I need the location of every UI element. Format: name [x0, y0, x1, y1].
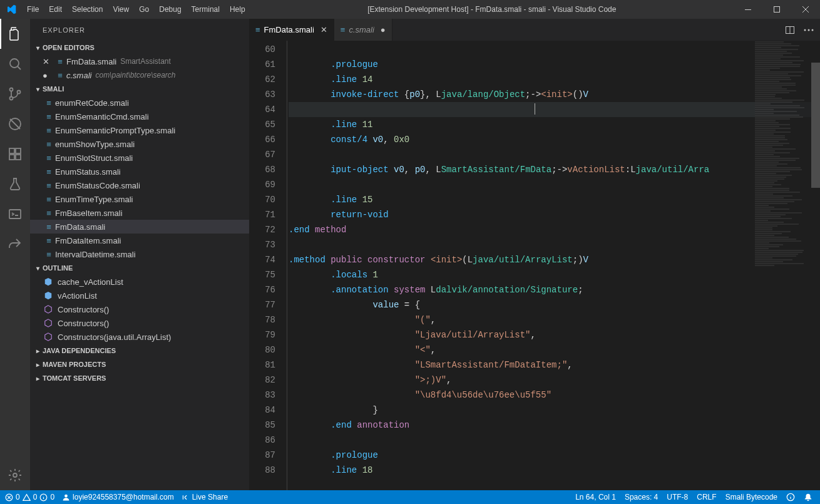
debug-icon[interactable]	[0, 109, 30, 139]
code-line[interactable]: iput-object v0, p0, LSmartAssistant/FmDa…	[289, 162, 820, 177]
menu-edit[interactable]: Edit	[44, 0, 67, 19]
file-icon: ≡	[43, 153, 55, 163]
editor-tab[interactable]: ≡c.smali●	[334, 19, 392, 41]
status-account[interactable]: loyie924558375@hotmail.com	[62, 493, 174, 501]
file-item[interactable]: ≡EnumSemanticCmd.smali	[30, 110, 249, 123]
explorer-icon[interactable]	[0, 19, 30, 49]
file-item[interactable]: ≡IntervalDatetime.smali	[30, 247, 249, 261]
extensions-icon[interactable]	[0, 139, 30, 169]
search-icon[interactable]	[0, 49, 30, 79]
menu-selection[interactable]: Selection	[67, 0, 108, 19]
code-line[interactable]: "LSmartAssistant/FmDataItem;",	[289, 357, 820, 373]
code-line[interactable]: .annotation system Ldalvik/annotation/Si…	[289, 282, 820, 297]
terminal-panel-icon[interactable]	[0, 199, 30, 229]
outline-item[interactable]: vActionList	[30, 289, 249, 302]
status-encoding[interactable]: UTF-8	[667, 493, 688, 501]
modified-indicator-icon[interactable]	[43, 71, 54, 80]
code-content[interactable]: .prologue .line 14 invoke-direct {p0}, L…	[287, 41, 820, 490]
file-item[interactable]: ≡FmDataItem.smali	[30, 234, 249, 247]
code-line[interactable]: "(",	[289, 312, 820, 327]
settings-gear-icon[interactable]	[0, 460, 30, 490]
liveshare-icon[interactable]	[0, 229, 30, 259]
tab-label: FmData.smali	[264, 25, 314, 34]
more-actions-icon[interactable]	[804, 29, 814, 31]
file-item[interactable]: ≡enumShowType.smali	[30, 137, 249, 151]
code-line[interactable]: return-void	[289, 207, 820, 222]
outline-item[interactable]: Constructors()	[30, 302, 249, 316]
code-line[interactable]: .end method	[289, 222, 820, 237]
minimap[interactable]	[755, 41, 811, 490]
status-indentation[interactable]: Spaces: 4	[625, 493, 658, 501]
status-liveshare[interactable]: Live Share	[182, 493, 228, 501]
status-language[interactable]: Smali Bytecode	[725, 493, 777, 501]
file-item[interactable]: ≡FmData.smali	[30, 220, 249, 234]
outline-item[interactable]: cache_vActionList	[30, 275, 249, 289]
file-item[interactable]: ≡EnumTimeType.smali	[30, 192, 249, 206]
open-editor-item[interactable]: ✕≡FmData.smaliSmartAssistant	[30, 54, 249, 68]
code-line[interactable]: .prologue	[289, 448, 820, 463]
code-line[interactable]: "Ljava/util/ArrayList",	[289, 327, 820, 342]
code-line[interactable]	[289, 42, 820, 57]
code-line[interactable]	[289, 147, 820, 162]
file-item[interactable]: ≡EnumStatus.smali	[30, 165, 249, 178]
code-line[interactable]: const/4 v0, 0x0	[289, 132, 820, 147]
menu-help[interactable]: Help	[225, 0, 250, 19]
status-problems[interactable]: 0 0 0	[5, 493, 54, 501]
file-item[interactable]: ≡EnumSlotStruct.smali	[30, 151, 249, 165]
outline-item[interactable]: Constructors(java.util.ArrayList)	[30, 330, 249, 344]
code-line[interactable]: value = {	[289, 297, 820, 312]
code-line[interactable]: }	[289, 403, 820, 418]
code-line[interactable]: "\u8fd4\u56de\u76ee\u5f55"	[289, 388, 820, 403]
code-line[interactable]: .end annotation	[289, 418, 820, 433]
file-item[interactable]: ≡enumRetCode.smali	[30, 96, 249, 110]
code-line[interactable]: .line 11	[289, 117, 820, 132]
close-icon[interactable]: ✕	[43, 57, 54, 66]
status-eol[interactable]: CRLF	[697, 493, 716, 501]
menu-view[interactable]: View	[108, 0, 134, 19]
split-editor-icon[interactable]	[785, 25, 795, 35]
smali-header[interactable]: ▾ SMALI	[30, 82, 249, 96]
menu-go[interactable]: Go	[134, 0, 154, 19]
open-editor-item[interactable]: ≡c.smalicom\paint\btcore\search	[30, 68, 249, 82]
code-line[interactable]: .line 18	[289, 463, 820, 478]
code-line[interactable]	[289, 177, 820, 192]
modified-indicator-icon[interactable]: ●	[381, 25, 386, 34]
outline-header[interactable]: ▾ OUTLINE	[30, 261, 249, 275]
maximize-button[interactable]	[762, 0, 791, 19]
code-line[interactable]	[289, 102, 820, 117]
code-line[interactable]: .prologue	[289, 57, 820, 72]
code-line[interactable]: invoke-direct {p0}, Ljava/lang/Object;->…	[289, 87, 820, 102]
editor-tab[interactable]: ≡FmData.smali✕	[249, 19, 334, 41]
file-item[interactable]: ≡FmBaseItem.smali	[30, 206, 249, 220]
test-icon[interactable]	[0, 169, 30, 199]
outline-item[interactable]: Constructors()	[30, 316, 249, 330]
close-button[interactable]	[791, 0, 820, 19]
status-liveshare-label: Live Share	[192, 493, 228, 501]
menu-file[interactable]: File	[22, 0, 44, 19]
close-icon[interactable]: ✕	[320, 25, 327, 34]
menu-terminal[interactable]: Terminal	[187, 0, 225, 19]
minimize-button[interactable]	[734, 0, 762, 19]
section-header-collapsed[interactable]: ▸MAVEN PROJECTS	[30, 357, 249, 371]
code-line[interactable]: .line 15	[289, 192, 820, 207]
code-line[interactable]: .locals 1	[289, 267, 820, 282]
section-header-collapsed[interactable]: ▸JAVA DEPENDENCIES	[30, 344, 249, 357]
scrollbar-thumb[interactable]	[811, 63, 820, 188]
code-line[interactable]: "<",	[289, 342, 820, 357]
file-item[interactable]: ≡EnumStatusCode.smali	[30, 178, 249, 192]
code-line[interactable]	[289, 237, 820, 252]
status-notifications-icon[interactable]	[804, 493, 812, 501]
menu-debug[interactable]: Debug	[154, 0, 186, 19]
status-cursor-position[interactable]: Ln 64, Col 1	[575, 493, 616, 501]
open-editors-header[interactable]: ▾ OPEN EDITORS	[30, 41, 249, 54]
file-icon: ≡	[54, 71, 66, 80]
code-line[interactable]: ">;)V",	[289, 373, 820, 388]
section-header-collapsed[interactable]: ▸TOMCAT SERVERS	[30, 371, 249, 385]
code-line[interactable]: .method public constructor <init>(Ljava/…	[289, 252, 820, 267]
source-control-icon[interactable]	[0, 79, 30, 109]
editor-body[interactable]: 6061626364656667686970717273747576777879…	[249, 41, 820, 490]
file-item[interactable]: ≡EnumSemanticPromptType.smali	[30, 123, 249, 137]
code-line[interactable]: .line 14	[289, 72, 820, 87]
code-line[interactable]	[289, 433, 820, 448]
status-feedback-icon[interactable]	[786, 493, 795, 501]
